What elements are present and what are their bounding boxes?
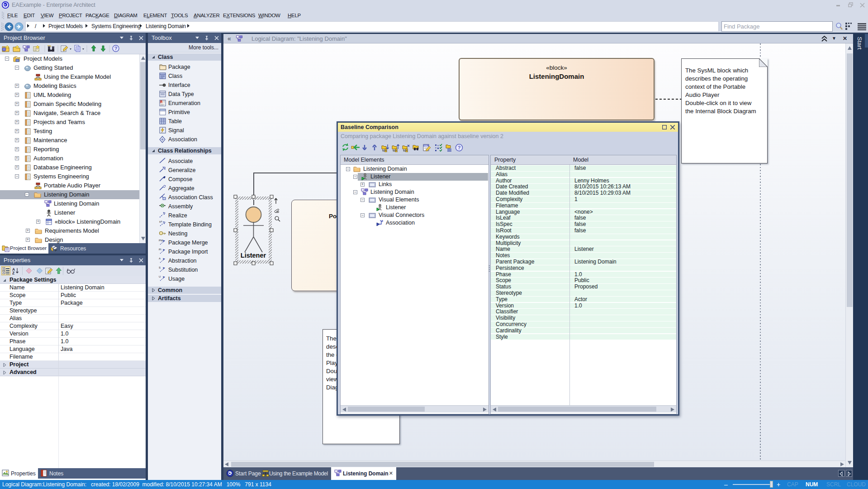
svg-text:Z: Z (12, 271, 14, 275)
svg-text:XML: XML (424, 145, 428, 147)
svg-text:U: U (159, 275, 161, 278)
svg-text:A: A (159, 257, 161, 260)
svg-text:E: E (161, 101, 162, 104)
svg-text:PM: PM (159, 239, 163, 242)
svg-text:x˄: x˄ (159, 220, 162, 223)
svg-text:PI: PI (159, 248, 161, 251)
svg-text:?: ? (458, 145, 461, 150)
svg-text:?: ? (114, 46, 118, 51)
svg-text:Listener: Listener (241, 252, 266, 259)
svg-text:S: S (159, 266, 161, 269)
